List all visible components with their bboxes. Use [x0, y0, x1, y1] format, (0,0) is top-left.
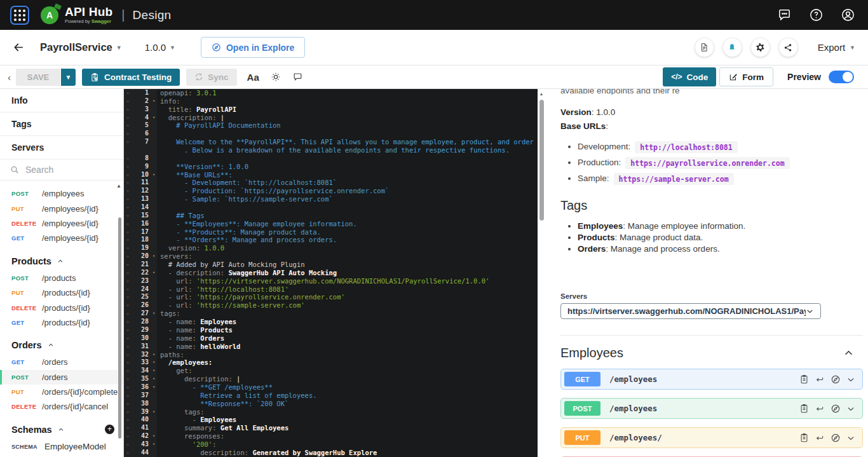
code-line[interactable]: +34▾ get: — [124, 367, 545, 375]
code-line[interactable]: +42▾ responses: — [124, 432, 545, 440]
save-dropdown-button[interactable]: ▼ — [61, 69, 76, 86]
return-arrow-icon[interactable] — [815, 404, 825, 413]
group-header-orders[interactable]: Orders — [0, 336, 123, 355]
code-line[interactable]: +41 summary: Get All Employees — [124, 424, 545, 432]
fold-toggle[interactable]: ▾ — [151, 432, 157, 440]
code-line[interactable]: . Below is a breakdown of the available … — [124, 146, 545, 154]
code-line[interactable]: +5 # PayrollAPI Documentation — [124, 121, 545, 130]
code-line[interactable]: +7 Welcome to the **PayrollAPI**. This A… — [124, 138, 545, 146]
scroll-up-arrow[interactable]: ▲ — [538, 89, 545, 96]
fold-toggle[interactable]: ▾ — [151, 367, 157, 375]
sidebar-nav-info[interactable]: Info — [0, 89, 123, 113]
sync-button[interactable]: Sync — [186, 69, 236, 86]
code-line[interactable]: +23 url: 'https://virtserver.swaggerhub.… — [124, 277, 545, 285]
apps-grid-icon[interactable] — [10, 6, 29, 25]
sidebar-scrollbar-thumb[interactable] — [118, 217, 121, 439]
chevron-down-icon[interactable] — [846, 375, 855, 384]
version-dropdown[interactable]: 1.0.0▼ — [145, 42, 175, 53]
notifications-bell-icon[interactable] — [722, 38, 742, 57]
group-header-schemas[interactable]: Schemas+ — [0, 420, 123, 439]
explore-compass-icon[interactable] — [831, 374, 841, 385]
code-line[interactable]: +30 - name: Orders — [124, 334, 545, 343]
endpoint-item[interactable]: DELETE/products/{id} — [0, 300, 123, 315]
account-icon[interactable] — [841, 8, 855, 22]
endpoint-item[interactable]: GET/orders — [0, 355, 123, 369]
code-line[interactable]: +18 - **Orders**: Manage and process ord… — [124, 236, 545, 244]
code-line[interactable]: +32▾paths: — [124, 351, 545, 359]
back-arrow-icon[interactable] — [13, 41, 25, 53]
chevron-down-icon[interactable] — [846, 404, 855, 413]
code-line[interactable]: +8 — [124, 154, 545, 163]
clipboard-icon[interactable] — [799, 404, 809, 413]
fold-toggle[interactable]: ▾ — [151, 383, 157, 392]
code-line[interactable]: +21 # Added by API Auto Mocking Plugin — [124, 261, 545, 269]
code-line[interactable]: +33▾ /employees: — [124, 358, 545, 367]
code-view-button[interactable]: </> Code — [663, 67, 716, 86]
code-line[interactable]: +40 - Employees — [124, 416, 545, 424]
code-line[interactable]: +2▾info: — [124, 97, 545, 106]
group-header-products[interactable]: Products — [0, 252, 123, 271]
fold-toggle[interactable]: ▾ — [151, 252, 157, 261]
code-line[interactable]: +3 title: PayrollAPI — [124, 106, 545, 114]
fold-toggle[interactable]: ▾ — [151, 440, 157, 449]
code-line[interactable]: +6 — [124, 130, 545, 138]
code-line[interactable]: +44 description: Generated by SwaggerHub… — [124, 449, 545, 457]
clipboard-icon[interactable] — [799, 433, 809, 442]
clipboard-icon[interactable] — [799, 374, 809, 384]
endpoint-item[interactable]: POST/products — [0, 271, 123, 285]
endpoint-item[interactable]: PUT/orders/{id}/complete — [0, 385, 123, 399]
collapse-section-icon[interactable] — [843, 348, 854, 358]
code-line[interactable]: +1openapi: 3.0.1 — [124, 89, 545, 97]
code-line[interactable]: +35▾ description: | — [124, 375, 545, 383]
endpoint-item[interactable]: GET/products/{id} — [0, 315, 123, 330]
code-line[interactable]: +24 - url: 'http://localhost:8081' — [124, 285, 545, 294]
code-line[interactable]: +36▾ - **GET /employees** — [124, 383, 545, 392]
code-line[interactable]: +17 - **Products**: Manage product data. — [124, 228, 545, 236]
chat-icon[interactable] — [777, 8, 792, 22]
code-line[interactable]: +25 - url: 'https://payrollservice.onren… — [124, 293, 545, 301]
endpoint-item[interactable]: DELETE/orders/{id}/cancel — [0, 399, 123, 414]
code-editor[interactable]: +1openapi: 3.0.1+2▾info:+3 title: Payrol… — [124, 89, 545, 457]
return-arrow-icon[interactable] — [815, 433, 825, 442]
endpoint-item[interactable]: GET/employees/{id} — [0, 231, 123, 245]
preview-endpoint-row[interactable]: POST/employees — [560, 398, 863, 419]
server-select[interactable]: https://virtserver.swaggerhub.com/NOGRAD… — [560, 303, 821, 319]
preview-endpoint-row[interactable]: GET/employees — [560, 369, 863, 390]
code-line[interactable]: +31 - name: helloWorld — [124, 343, 545, 351]
collapse-panel-icon[interactable]: ‹ — [8, 72, 11, 83]
settings-gear-icon[interactable] — [750, 38, 770, 57]
add-schema-button[interactable]: + — [105, 425, 114, 434]
fold-toggle[interactable]: ▾ — [151, 375, 157, 383]
share-icon[interactable] — [778, 38, 798, 57]
save-button[interactable]: SAVE — [16, 69, 60, 86]
endpoint-item[interactable]: POST/orders — [0, 370, 123, 385]
fold-toggle[interactable]: ▾ — [151, 171, 157, 179]
fold-toggle[interactable]: ▾ — [151, 310, 157, 318]
code-line[interactable]: +29 - name: Products — [124, 326, 545, 334]
document-icon[interactable] — [695, 38, 714, 57]
form-view-button[interactable]: Form — [719, 67, 773, 86]
export-dropdown[interactable]: Export▼ — [818, 42, 855, 53]
sidebar-nav-servers[interactable]: Servers — [0, 136, 123, 160]
code-line[interactable]: +11 - Development: `http://localhost:808… — [124, 179, 545, 187]
font-size-button[interactable]: Aa — [247, 72, 259, 83]
fold-toggle[interactable]: ▾ — [151, 97, 157, 106]
endpoint-item[interactable]: DELETE/employees/{id} — [0, 216, 123, 231]
fold-toggle[interactable]: ▾ — [151, 408, 157, 416]
scroll-up-arrow[interactable]: ▲ — [116, 183, 121, 189]
fold-toggle[interactable]: ▾ — [151, 114, 157, 122]
code-line[interactable]: +14 — [124, 203, 545, 212]
fold-toggle[interactable]: ▾ — [151, 269, 157, 277]
code-line[interactable]: +28 - name: Employees — [124, 318, 545, 326]
code-line[interactable]: +15 ## Tags — [124, 212, 545, 220]
code-line[interactable]: +22▾ - description: SwaggerHub API Auto … — [124, 269, 545, 277]
contract-testing-button[interactable]: Contract Testing — [82, 69, 180, 86]
brightness-sun-icon[interactable] — [271, 72, 281, 82]
endpoint-item[interactable]: PUT/products/{id} — [0, 285, 123, 300]
editor-scrollbar-thumb[interactable] — [539, 100, 544, 221]
comment-bubble-icon[interactable] — [292, 72, 303, 82]
code-line[interactable]: +38 **Response**: `200 OK` — [124, 400, 545, 408]
help-icon[interactable] — [809, 8, 824, 22]
code-line[interactable]: +20▾servers: — [124, 252, 545, 261]
chevron-down-icon[interactable] — [846, 433, 855, 442]
